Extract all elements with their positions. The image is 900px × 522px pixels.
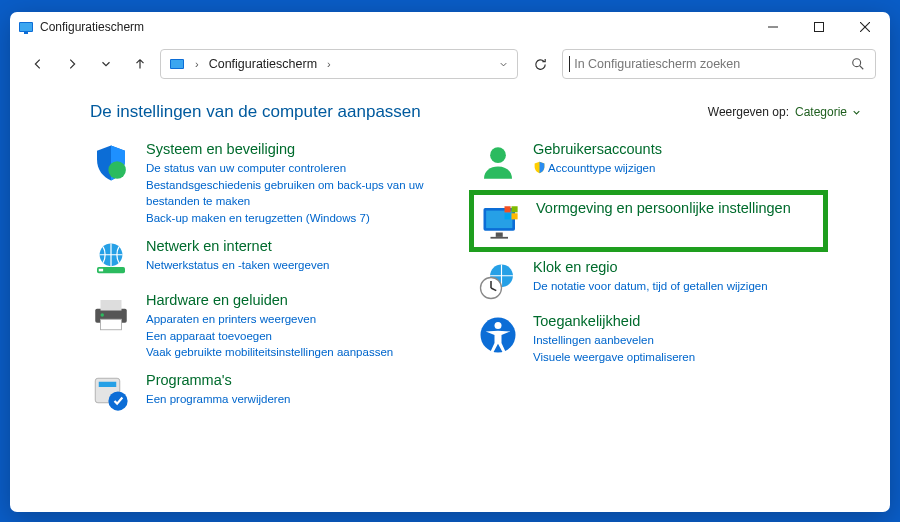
content-area: De instellingen van de computer aanpasse… [10,86,890,512]
view-by-value: Categorie [795,105,847,119]
svg-rect-2 [24,32,28,34]
forward-button[interactable] [58,50,86,78]
svg-rect-20 [99,382,117,387]
control-panel-icon [18,19,34,35]
category-title[interactable]: Systeem en beveiliging [146,140,473,158]
clock-globe-icon [477,260,519,302]
search-input[interactable]: In Configuratiescherm zoeken [562,49,876,79]
svg-point-11 [108,161,126,179]
nav-bar: › Configuratiescherm › In Configuratiesc… [10,42,890,86]
view-by-label: Weergeven op: [708,105,789,119]
user-icon [477,142,519,184]
svg-rect-29 [505,213,511,219]
programs-icon [90,373,132,415]
category-title[interactable]: Hardware en geluiden [146,291,473,309]
category-network: Netwerk en internet Netwerkstatus en -ta… [90,237,473,281]
category-title[interactable]: Toegankelijkheid [533,312,860,330]
category-link[interactable]: Netwerkstatus en -taken weergeven [146,257,473,274]
search-placeholder: In Configuratiescherm zoeken [574,57,851,71]
breadcrumb[interactable]: Configuratiescherm [209,57,317,71]
globe-network-icon [90,239,132,281]
category-link[interactable]: Apparaten en printers weergeven [146,311,473,328]
category-link[interactable]: Een programma verwijderen [146,391,473,408]
category-link[interactable]: Een apparaat toevoegen [146,328,473,345]
category-title[interactable]: Programma's [146,371,473,389]
svg-point-9 [853,59,861,67]
category-link[interactable]: Visuele weergave optimaliseren [533,349,860,366]
category-link[interactable]: Bestandsgeschiedenis gebruiken om back-u… [146,177,473,210]
search-icon [851,57,865,71]
category-title[interactable]: Netwerk en internet [146,237,473,255]
maximize-button[interactable] [796,12,842,42]
title-bar: Configuratiescherm [10,12,890,42]
refresh-button[interactable] [524,50,556,78]
svg-rect-26 [491,237,509,239]
chevron-right-icon: › [325,58,333,70]
text-cursor [569,56,570,72]
back-button[interactable] [24,50,52,78]
page-title: De instellingen van de computer aanpasse… [90,102,708,122]
category-hardware: Hardware en geluiden Apparaten en printe… [90,291,473,361]
svg-rect-28 [512,206,518,212]
shield-icon [90,142,132,184]
chevron-down-icon[interactable] [498,59,509,70]
svg-rect-4 [815,23,824,32]
svg-rect-14 [99,269,103,272]
close-button[interactable] [842,12,888,42]
svg-rect-27 [505,206,511,212]
history-dropdown[interactable] [92,50,120,78]
svg-rect-16 [101,300,122,311]
svg-rect-25 [496,233,503,237]
category-link[interactable]: De notatie voor datum, tijd of getallen … [533,278,860,295]
control-panel-icon [169,56,185,72]
highlighted-category: Vormgeving en persoonlijke instellingen [469,190,828,252]
category-link[interactable]: Accounttype wijzigen [533,160,860,177]
category-link[interactable]: Back-up maken en terugzetten (Windows 7) [146,210,473,227]
category-users: Gebruikersaccounts Accounttype wijzigen [477,140,860,184]
svg-point-22 [490,147,506,163]
address-bar[interactable]: › Configuratiescherm › [160,49,518,79]
minimize-button[interactable] [750,12,796,42]
category-title[interactable]: Vormgeving en persoonlijke instellingen [536,199,817,217]
category-appearance: Vormgeving en persoonlijke instellingen [480,199,817,243]
chevron-right-icon: › [193,58,201,70]
category-accessibility: Toegankelijkheid Instellingen aanbevelen… [477,312,860,365]
window: Configuratiescherm › Configuratiescherm … [10,12,890,512]
category-link[interactable]: Vaak gebruikte mobiliteitsinstellingen a… [146,344,473,361]
category-title[interactable]: Gebruikersaccounts [533,140,860,158]
svg-point-18 [101,313,105,317]
svg-rect-30 [512,213,518,219]
up-button[interactable] [126,50,154,78]
view-by-dropdown[interactable]: Weergeven op: Categorie [708,105,860,119]
svg-rect-17 [101,319,122,330]
category-programs: Programma's Een programma verwijderen [90,371,473,415]
category-title[interactable]: Klok en regio [533,258,860,276]
uac-shield-icon [533,161,546,174]
svg-rect-1 [20,23,32,31]
category-link[interactable]: Instellingen aanbevelen [533,332,860,349]
svg-rect-8 [171,60,183,68]
window-title: Configuratiescherm [40,20,750,34]
category-system: Systeem en beveiliging De status van uw … [90,140,473,227]
accessibility-icon [477,314,519,356]
svg-point-36 [495,322,502,329]
svg-line-10 [860,66,864,70]
monitor-personalize-icon [480,201,522,243]
chevron-down-icon [853,109,860,116]
category-link[interactable]: De status van uw computer controleren [146,160,473,177]
category-clock: Klok en regio De notatie voor datum, tij… [477,258,860,302]
printer-icon [90,293,132,335]
